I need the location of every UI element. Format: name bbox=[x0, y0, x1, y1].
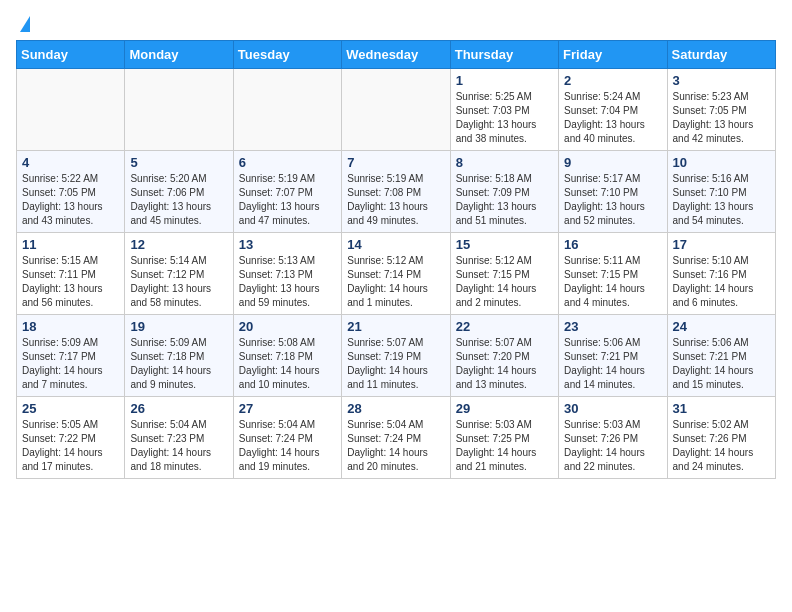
day-cell: 30 Sunrise: 5:03 AMSunset: 7:26 PMDaylig… bbox=[559, 397, 667, 479]
weekday-header-saturday: Saturday bbox=[667, 41, 775, 69]
day-info: Sunrise: 5:12 AMSunset: 7:14 PMDaylight:… bbox=[347, 255, 428, 308]
day-number: 18 bbox=[22, 319, 119, 334]
day-number: 6 bbox=[239, 155, 336, 170]
day-info: Sunrise: 5:03 AMSunset: 7:25 PMDaylight:… bbox=[456, 419, 537, 472]
weekday-header-friday: Friday bbox=[559, 41, 667, 69]
day-cell bbox=[125, 69, 233, 151]
week-row-5: 25 Sunrise: 5:05 AMSunset: 7:22 PMDaylig… bbox=[17, 397, 776, 479]
day-info: Sunrise: 5:22 AMSunset: 7:05 PMDaylight:… bbox=[22, 173, 103, 226]
day-number: 8 bbox=[456, 155, 553, 170]
day-info: Sunrise: 5:15 AMSunset: 7:11 PMDaylight:… bbox=[22, 255, 103, 308]
calendar-table: SundayMondayTuesdayWednesdayThursdayFrid… bbox=[16, 40, 776, 479]
day-cell: 24 Sunrise: 5:06 AMSunset: 7:21 PMDaylig… bbox=[667, 315, 775, 397]
day-number: 22 bbox=[456, 319, 553, 334]
day-number: 31 bbox=[673, 401, 770, 416]
day-info: Sunrise: 5:07 AMSunset: 7:20 PMDaylight:… bbox=[456, 337, 537, 390]
day-info: Sunrise: 5:19 AMSunset: 7:08 PMDaylight:… bbox=[347, 173, 428, 226]
day-cell: 15 Sunrise: 5:12 AMSunset: 7:15 PMDaylig… bbox=[450, 233, 558, 315]
day-info: Sunrise: 5:20 AMSunset: 7:06 PMDaylight:… bbox=[130, 173, 211, 226]
weekday-header-row: SundayMondayTuesdayWednesdayThursdayFrid… bbox=[17, 41, 776, 69]
day-cell: 23 Sunrise: 5:06 AMSunset: 7:21 PMDaylig… bbox=[559, 315, 667, 397]
day-number: 21 bbox=[347, 319, 444, 334]
day-cell: 13 Sunrise: 5:13 AMSunset: 7:13 PMDaylig… bbox=[233, 233, 341, 315]
day-cell: 12 Sunrise: 5:14 AMSunset: 7:12 PMDaylig… bbox=[125, 233, 233, 315]
day-info: Sunrise: 5:04 AMSunset: 7:24 PMDaylight:… bbox=[347, 419, 428, 472]
day-cell: 19 Sunrise: 5:09 AMSunset: 7:18 PMDaylig… bbox=[125, 315, 233, 397]
weekday-header-tuesday: Tuesday bbox=[233, 41, 341, 69]
day-info: Sunrise: 5:02 AMSunset: 7:26 PMDaylight:… bbox=[673, 419, 754, 472]
day-cell: 26 Sunrise: 5:04 AMSunset: 7:23 PMDaylig… bbox=[125, 397, 233, 479]
day-cell: 11 Sunrise: 5:15 AMSunset: 7:11 PMDaylig… bbox=[17, 233, 125, 315]
day-number: 30 bbox=[564, 401, 661, 416]
day-cell: 2 Sunrise: 5:24 AMSunset: 7:04 PMDayligh… bbox=[559, 69, 667, 151]
day-cell: 1 Sunrise: 5:25 AMSunset: 7:03 PMDayligh… bbox=[450, 69, 558, 151]
week-row-2: 4 Sunrise: 5:22 AMSunset: 7:05 PMDayligh… bbox=[17, 151, 776, 233]
day-info: Sunrise: 5:06 AMSunset: 7:21 PMDaylight:… bbox=[673, 337, 754, 390]
weekday-header-monday: Monday bbox=[125, 41, 233, 69]
day-number: 23 bbox=[564, 319, 661, 334]
day-number: 26 bbox=[130, 401, 227, 416]
day-info: Sunrise: 5:19 AMSunset: 7:07 PMDaylight:… bbox=[239, 173, 320, 226]
day-cell: 6 Sunrise: 5:19 AMSunset: 7:07 PMDayligh… bbox=[233, 151, 341, 233]
day-number: 16 bbox=[564, 237, 661, 252]
day-cell: 7 Sunrise: 5:19 AMSunset: 7:08 PMDayligh… bbox=[342, 151, 450, 233]
day-number: 19 bbox=[130, 319, 227, 334]
day-number: 5 bbox=[130, 155, 227, 170]
day-cell: 25 Sunrise: 5:05 AMSunset: 7:22 PMDaylig… bbox=[17, 397, 125, 479]
day-cell: 21 Sunrise: 5:07 AMSunset: 7:19 PMDaylig… bbox=[342, 315, 450, 397]
day-info: Sunrise: 5:24 AMSunset: 7:04 PMDaylight:… bbox=[564, 91, 645, 144]
day-cell: 3 Sunrise: 5:23 AMSunset: 7:05 PMDayligh… bbox=[667, 69, 775, 151]
day-info: Sunrise: 5:13 AMSunset: 7:13 PMDaylight:… bbox=[239, 255, 320, 308]
day-cell: 20 Sunrise: 5:08 AMSunset: 7:18 PMDaylig… bbox=[233, 315, 341, 397]
day-number: 9 bbox=[564, 155, 661, 170]
day-number: 1 bbox=[456, 73, 553, 88]
day-info: Sunrise: 5:25 AMSunset: 7:03 PMDaylight:… bbox=[456, 91, 537, 144]
day-info: Sunrise: 5:23 AMSunset: 7:05 PMDaylight:… bbox=[673, 91, 754, 144]
day-cell: 5 Sunrise: 5:20 AMSunset: 7:06 PMDayligh… bbox=[125, 151, 233, 233]
week-row-4: 18 Sunrise: 5:09 AMSunset: 7:17 PMDaylig… bbox=[17, 315, 776, 397]
week-row-1: 1 Sunrise: 5:25 AMSunset: 7:03 PMDayligh… bbox=[17, 69, 776, 151]
day-info: Sunrise: 5:10 AMSunset: 7:16 PMDaylight:… bbox=[673, 255, 754, 308]
day-number: 29 bbox=[456, 401, 553, 416]
day-number: 13 bbox=[239, 237, 336, 252]
day-number: 15 bbox=[456, 237, 553, 252]
day-info: Sunrise: 5:17 AMSunset: 7:10 PMDaylight:… bbox=[564, 173, 645, 226]
day-number: 14 bbox=[347, 237, 444, 252]
weekday-header-wednesday: Wednesday bbox=[342, 41, 450, 69]
week-row-3: 11 Sunrise: 5:15 AMSunset: 7:11 PMDaylig… bbox=[17, 233, 776, 315]
day-cell: 10 Sunrise: 5:16 AMSunset: 7:10 PMDaylig… bbox=[667, 151, 775, 233]
day-cell: 9 Sunrise: 5:17 AMSunset: 7:10 PMDayligh… bbox=[559, 151, 667, 233]
day-number: 27 bbox=[239, 401, 336, 416]
day-info: Sunrise: 5:07 AMSunset: 7:19 PMDaylight:… bbox=[347, 337, 428, 390]
day-cell: 31 Sunrise: 5:02 AMSunset: 7:26 PMDaylig… bbox=[667, 397, 775, 479]
day-info: Sunrise: 5:09 AMSunset: 7:17 PMDaylight:… bbox=[22, 337, 103, 390]
day-cell bbox=[342, 69, 450, 151]
day-cell: 22 Sunrise: 5:07 AMSunset: 7:20 PMDaylig… bbox=[450, 315, 558, 397]
logo-arrow-icon bbox=[20, 16, 30, 32]
day-cell: 8 Sunrise: 5:18 AMSunset: 7:09 PMDayligh… bbox=[450, 151, 558, 233]
day-info: Sunrise: 5:04 AMSunset: 7:24 PMDaylight:… bbox=[239, 419, 320, 472]
day-cell: 14 Sunrise: 5:12 AMSunset: 7:14 PMDaylig… bbox=[342, 233, 450, 315]
day-number: 20 bbox=[239, 319, 336, 334]
day-number: 11 bbox=[22, 237, 119, 252]
weekday-header-thursday: Thursday bbox=[450, 41, 558, 69]
day-info: Sunrise: 5:16 AMSunset: 7:10 PMDaylight:… bbox=[673, 173, 754, 226]
day-info: Sunrise: 5:04 AMSunset: 7:23 PMDaylight:… bbox=[130, 419, 211, 472]
weekday-header-sunday: Sunday bbox=[17, 41, 125, 69]
day-info: Sunrise: 5:12 AMSunset: 7:15 PMDaylight:… bbox=[456, 255, 537, 308]
day-cell bbox=[233, 69, 341, 151]
page-header bbox=[16, 16, 776, 32]
day-number: 7 bbox=[347, 155, 444, 170]
day-cell: 4 Sunrise: 5:22 AMSunset: 7:05 PMDayligh… bbox=[17, 151, 125, 233]
day-cell bbox=[17, 69, 125, 151]
day-info: Sunrise: 5:11 AMSunset: 7:15 PMDaylight:… bbox=[564, 255, 645, 308]
day-number: 24 bbox=[673, 319, 770, 334]
day-cell: 29 Sunrise: 5:03 AMSunset: 7:25 PMDaylig… bbox=[450, 397, 558, 479]
day-cell: 27 Sunrise: 5:04 AMSunset: 7:24 PMDaylig… bbox=[233, 397, 341, 479]
logo bbox=[16, 16, 30, 32]
day-number: 4 bbox=[22, 155, 119, 170]
day-number: 2 bbox=[564, 73, 661, 88]
day-cell: 28 Sunrise: 5:04 AMSunset: 7:24 PMDaylig… bbox=[342, 397, 450, 479]
day-cell: 18 Sunrise: 5:09 AMSunset: 7:17 PMDaylig… bbox=[17, 315, 125, 397]
day-cell: 17 Sunrise: 5:10 AMSunset: 7:16 PMDaylig… bbox=[667, 233, 775, 315]
